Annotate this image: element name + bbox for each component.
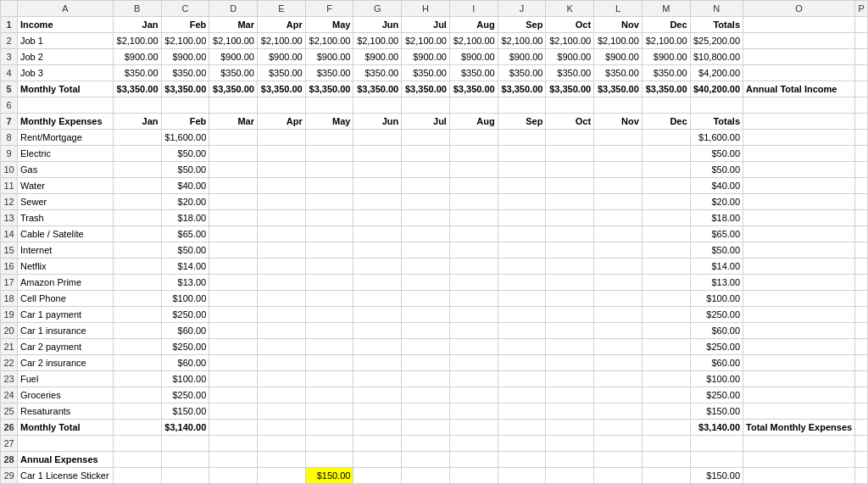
cell-20-O[interactable] [743,323,855,339]
cell-18-B[interactable] [113,291,161,307]
cell-8-O[interactable] [743,130,855,146]
cell-7-D[interactable]: Mar [209,114,258,130]
cell-28-I[interactable] [449,452,498,468]
cell-21-O[interactable] [743,339,855,355]
cell-3-O[interactable] [743,49,855,65]
cell-17-O[interactable] [743,275,855,291]
cell-25-A[interactable]: Resaturants [18,403,114,420]
cell-6-F[interactable] [305,97,353,114]
cell-16-L[interactable] [594,259,643,275]
cell-25-F[interactable] [305,403,353,420]
cell-28-N[interactable] [690,452,743,468]
cell-9-H[interactable] [402,146,450,162]
cell-2-N[interactable]: $25,200.00 [690,33,743,49]
cell-21-C[interactable]: $250.00 [161,339,209,355]
cell-18-I[interactable] [449,291,498,307]
cell-1-F[interactable]: May [305,17,353,33]
cell-15-C[interactable]: $50.00 [161,242,209,259]
cell-10-D[interactable] [209,162,258,178]
cell-24-E[interactable] [257,387,305,403]
cell-13-C[interactable]: $18.00 [161,210,209,226]
cell-10-G[interactable] [353,162,402,178]
cell-18-A[interactable]: Cell Phone [18,291,114,307]
cell-29-E[interactable] [257,468,305,484]
cell-6-L[interactable] [594,97,643,114]
cell-8-B[interactable] [113,130,161,146]
cell-26-A[interactable]: Monthly Total [18,420,114,436]
cell-27-D[interactable] [209,436,258,452]
cell-5-M[interactable]: $3,350.00 [642,81,690,97]
cell-7-N[interactable]: Totals [690,114,743,130]
cell-10-J[interactable] [498,162,546,178]
cell-19-B[interactable] [113,307,161,323]
cell-7-O[interactable] [743,114,855,130]
cell-10-C[interactable]: $50.00 [161,162,209,178]
cell-15-B[interactable] [113,242,161,259]
cell-25-D[interactable] [209,403,258,420]
cell-28-D[interactable] [209,452,258,468]
cell-14-G[interactable] [353,226,402,242]
cell-24-I[interactable] [449,387,498,403]
cell-10-K[interactable] [546,162,594,178]
cell-22-L[interactable] [594,355,643,371]
cell-29-O[interactable] [743,468,855,484]
cell-14-A[interactable]: Cable / Satelite [18,226,114,242]
cell-19-I[interactable] [449,307,498,323]
cell-24-M[interactable] [642,387,690,403]
cell-29-K[interactable] [546,468,594,484]
cell-22-B[interactable] [113,355,161,371]
cell-6-B[interactable] [113,97,161,114]
cell-15-A[interactable]: Internet [18,242,114,259]
cell-18-J[interactable] [498,291,546,307]
cell-9-I[interactable] [449,146,498,162]
cell-18-N[interactable]: $100.00 [690,291,743,307]
cell-19-K[interactable] [546,307,594,323]
cell-23-J[interactable] [498,371,546,387]
cell-22-K[interactable] [546,355,594,371]
cell-6-H[interactable] [402,97,450,114]
cell-4-A[interactable]: Job 3 [18,65,114,81]
cell-8-K[interactable] [546,130,594,146]
cell-14-L[interactable] [594,226,643,242]
cell-3-F[interactable]: $900.00 [305,49,353,65]
cell-17-L[interactable] [594,275,643,291]
cell-26-I[interactable] [449,420,498,436]
cell-29-N[interactable]: $150.00 [690,468,743,484]
cell-2-A[interactable]: Job 1 [18,33,114,49]
cell-6-D[interactable] [209,97,258,114]
cell-29-D[interactable] [209,468,258,484]
cell-6-A[interactable] [18,97,114,114]
cell-23-H[interactable] [402,371,450,387]
cell-1-H[interactable]: Jul [402,17,450,33]
cell-12-H[interactable] [402,194,450,210]
cell-19-D[interactable] [209,307,258,323]
cell-1-L[interactable]: Nov [594,17,643,33]
cell-1-C[interactable]: Feb [161,17,209,33]
cell-7-M[interactable]: Dec [642,114,690,130]
cell-2-K[interactable]: $2,100.00 [546,33,594,49]
cell-15-K[interactable] [546,242,594,259]
cell-20-M[interactable] [642,323,690,339]
cell-4-K[interactable]: $350.00 [546,65,594,81]
cell-17-H[interactable] [402,275,450,291]
cell-15-G[interactable] [353,242,402,259]
cell-17-B[interactable] [113,275,161,291]
cell-18-F[interactable] [305,291,353,307]
cell-9-J[interactable] [498,146,546,162]
cell-17-G[interactable] [353,275,402,291]
cell-24-C[interactable]: $250.00 [161,387,209,403]
cell-4-B[interactable]: $350.00 [113,65,161,81]
cell-3-D[interactable]: $900.00 [209,49,258,65]
cell-11-K[interactable] [546,178,594,194]
cell-3-I[interactable]: $900.00 [449,49,498,65]
cell-4-O[interactable] [743,65,855,81]
cell-7-J[interactable]: Sep [498,114,546,130]
cell-5-D[interactable]: $3,350.00 [209,81,258,97]
cell-1-O[interactable] [743,17,855,33]
cell-3-K[interactable]: $900.00 [546,49,594,65]
cell-11-H[interactable] [402,178,450,194]
cell-13-G[interactable] [353,210,402,226]
cell-5-B[interactable]: $3,350.00 [113,81,161,97]
cell-28-B[interactable] [113,452,161,468]
cell-5-H[interactable]: $3,350.00 [402,81,450,97]
